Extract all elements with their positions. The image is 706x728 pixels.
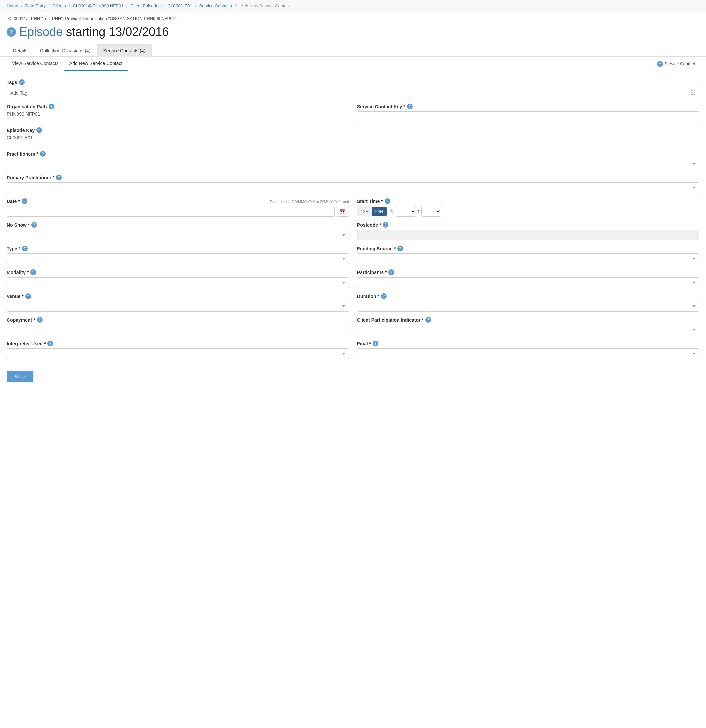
- breadcrumb-client-id[interactable]: CL0001@PHN999:NFP01: [73, 3, 124, 8]
- org-path-help-icon[interactable]: ?: [49, 104, 55, 109]
- interpreter-col: Interpreter Used * ?: [7, 341, 349, 359]
- breadcrumb-service-contacts[interactable]: Service Contacts: [199, 3, 232, 8]
- sub-nav-view-contacts[interactable]: View Service Contacts: [7, 57, 64, 71]
- copayment-help-icon[interactable]: ?: [37, 317, 43, 323]
- date-wrapper: 📅: [7, 206, 349, 217]
- funding-source-help-icon[interactable]: ?: [398, 246, 403, 251]
- postcode-help-icon[interactable]: ?: [383, 222, 388, 228]
- primary-practitioner-group: Primary Practitioner * ?: [7, 175, 699, 193]
- participants-help-icon[interactable]: ?: [388, 270, 394, 275]
- practitioners-label: Practitioners *: [7, 151, 38, 157]
- date-input[interactable]: [7, 206, 335, 217]
- tags-label: Tags ?: [7, 79, 699, 85]
- interpreter-used-help-icon[interactable]: ?: [48, 341, 53, 346]
- modality-help-icon[interactable]: ?: [30, 270, 36, 275]
- time-12h-button[interactable]: 12H: [357, 207, 372, 216]
- page-title-row: ? Episode starting 13/02/2016: [0, 22, 706, 45]
- client-participation-label: Client Participation Indicator *: [357, 317, 424, 323]
- org-key-row: Organisation Path ? PHN999:NFP01 Service…: [7, 104, 699, 122]
- tab-details[interactable]: Details: [7, 45, 34, 57]
- service-contact-key-label: Service Contact Key *: [357, 104, 405, 109]
- episode-key-row: Episode Key ? CL0001-E01: [7, 127, 699, 146]
- no-show-select[interactable]: [7, 230, 349, 240]
- postcode-col: Postcode * ?: [357, 222, 699, 240]
- venue-label: Venue *: [7, 293, 24, 299]
- episode-key-value: CL0001-E01: [7, 135, 349, 140]
- sub-nav-left: View Service Contacts Add New Service Co…: [7, 57, 128, 71]
- type-help-icon[interactable]: ?: [22, 246, 28, 251]
- interpreter-used-select[interactable]: [7, 348, 349, 359]
- modality-col: Modality * ?: [7, 270, 349, 288]
- time-24h-button[interactable]: 24H: [372, 207, 387, 216]
- venue-duration-row: Venue * ? Duration * ?: [7, 293, 699, 312]
- no-show-help-icon[interactable]: ?: [31, 222, 37, 228]
- save-button[interactable]: Save: [7, 371, 33, 382]
- episode-link[interactable]: Episode: [19, 25, 63, 39]
- date-col: Date * ? Enter date in DD/MM/YYYY or D/M…: [7, 198, 349, 217]
- start-time-col: Start Time * ? 12H 24H ⏱ :: [357, 198, 699, 217]
- duration-select[interactable]: [357, 301, 699, 312]
- breadcrumb-data-entry[interactable]: Data Entry: [25, 3, 46, 8]
- primary-practitioner-help-icon[interactable]: ?: [56, 175, 62, 181]
- tags-help-icon[interactable]: ?: [19, 79, 25, 85]
- final-help-icon[interactable]: ?: [373, 341, 378, 346]
- participants-label: Participants *: [357, 270, 387, 275]
- duration-col: Duration * ?: [357, 293, 699, 312]
- org-path-value: PHN999:NFP01: [7, 111, 349, 117]
- tags-list-icon: ☷: [691, 90, 696, 96]
- start-time-help-icon[interactable]: ?: [385, 198, 390, 204]
- breadcrumb-episode-id[interactable]: CL0001-E01: [168, 3, 192, 8]
- help-button[interactable]: ? Service Contact: [653, 59, 699, 69]
- service-contact-key-input[interactable]: [357, 111, 699, 122]
- breadcrumb-home[interactable]: Home: [7, 3, 18, 8]
- participants-select[interactable]: [357, 277, 699, 288]
- final-select[interactable]: [357, 348, 699, 359]
- service-contact-key-help-icon[interactable]: ?: [407, 104, 413, 109]
- breadcrumb-clients[interactable]: Clients: [53, 3, 66, 8]
- duration-label: Duration *: [357, 293, 379, 299]
- episode-help-icon[interactable]: ?: [7, 27, 16, 37]
- time-wrapper: 12H 24H ⏱ :: [357, 206, 699, 217]
- client-participation-help-icon[interactable]: ?: [425, 317, 431, 323]
- practitioners-help-icon[interactable]: ?: [40, 151, 46, 157]
- duration-help-icon[interactable]: ?: [381, 293, 387, 299]
- tab-service-contacts[interactable]: Service Contacts (4): [97, 45, 152, 57]
- time-minute-select[interactable]: [421, 206, 441, 217]
- calendar-button[interactable]: 📅: [336, 206, 349, 217]
- interpreter-final-row: Interpreter Used * ? Final * ?: [7, 341, 699, 359]
- date-label: Date *: [7, 199, 20, 204]
- tab-collection-occasions[interactable]: Collection Occasions (4): [34, 45, 97, 57]
- primary-practitioner-select[interactable]: [7, 182, 699, 193]
- no-show-col: No Show * ?: [7, 222, 349, 240]
- sub-nav: View Service Contacts Add New Service Co…: [0, 57, 706, 71]
- copayment-col: Copayment * ?: [7, 317, 349, 335]
- tags-input-wrapper: ☷: [7, 87, 699, 98]
- modality-select[interactable]: [7, 277, 349, 288]
- form-area: Tags ? ☷ Organisation Path ? PHN999:NFP0…: [0, 71, 706, 390]
- tags-section: Tags ? ☷: [7, 79, 699, 98]
- final-label: Final *: [357, 341, 371, 346]
- type-select[interactable]: [7, 253, 349, 264]
- postcode-input[interactable]: [357, 230, 699, 240]
- help-circle-icon: ?: [657, 61, 663, 67]
- time-hour-select[interactable]: [396, 206, 416, 217]
- service-contact-key-col: Service Contact Key * ?: [357, 104, 699, 122]
- participants-col: Participants * ?: [357, 270, 699, 288]
- episode-key-help-icon[interactable]: ?: [36, 127, 42, 133]
- clock-icon: ⏱: [389, 209, 394, 214]
- page-title-text: starting 13/02/2016: [66, 25, 169, 39]
- copayment-input[interactable]: [7, 325, 349, 335]
- client-participation-select[interactable]: [357, 325, 699, 335]
- practitioners-select[interactable]: [7, 159, 699, 169]
- date-help-icon[interactable]: ?: [22, 198, 27, 204]
- copayment-label: Copayment *: [7, 317, 35, 323]
- context-info: "CL0001" at PHN "Test PHN", Provider Org…: [0, 12, 706, 22]
- venue-select[interactable]: [7, 301, 349, 312]
- venue-help-icon[interactable]: ?: [25, 293, 31, 299]
- tags-input[interactable]: [10, 90, 691, 95]
- breadcrumb-current: Add New Service Contact: [241, 3, 290, 8]
- breadcrumb-client-episodes[interactable]: Client Episodes: [130, 3, 160, 8]
- funding-source-select[interactable]: [357, 253, 699, 264]
- sub-nav-add-contact[interactable]: Add New Service Contact: [64, 57, 128, 71]
- date-hint: Enter date in DD/MM/YYYY or D/M/YYYY for…: [270, 200, 349, 204]
